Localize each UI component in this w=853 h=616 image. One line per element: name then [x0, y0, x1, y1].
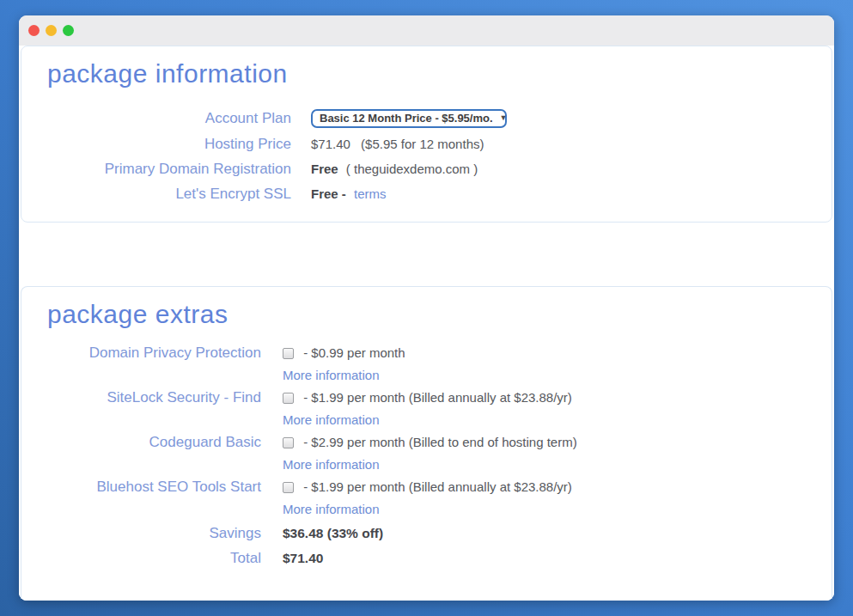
extra-domain-privacy-price: - $0.99 per month	[283, 344, 806, 363]
extra-sitelock-label: SiteLock Security - Find	[47, 388, 261, 407]
hosting-price-note: ($5.95 for 12 months)	[361, 137, 484, 151]
hosting-price-label: Hosting Price	[47, 135, 291, 153]
browser-window: package information Account Plan Basic 1…	[19, 15, 834, 601]
ssl-value: Free - terms	[311, 185, 806, 203]
ssl-free-text: Free -	[311, 186, 346, 201]
page-content: package information Account Plan Basic 1…	[19, 46, 834, 601]
extra-sitelock-checkbox[interactable]	[283, 393, 294, 404]
extra-domain-privacy-checkbox[interactable]	[283, 348, 294, 359]
package-information-title: package information	[47, 58, 806, 89]
account-plan-label: Account Plan	[47, 109, 291, 127]
minimize-window-button[interactable]	[46, 25, 57, 36]
hosting-price-value: $71.40 ($5.95 for 12 months)	[311, 135, 806, 153]
total-label: Total	[47, 547, 261, 569]
extra-seo-tools-price: - $1.99 per month (Billed annually at $2…	[283, 478, 806, 497]
primary-domain-value: Free ( theguidexdemo.com )	[311, 160, 806, 178]
savings-label: Savings	[47, 522, 261, 544]
package-extras-rows: Domain Privacy Protection - $0.99 per mo…	[47, 344, 806, 569]
caret-down-icon: ▼	[500, 109, 508, 127]
extra-sitelock-price: - $1.99 per month (Billed annually at $2…	[283, 388, 806, 407]
package-extras-title: package extras	[47, 299, 806, 330]
primary-domain-label: Primary Domain Registration	[47, 160, 291, 178]
extra-domain-privacy-label: Domain Privacy Protection	[47, 344, 261, 363]
section-divider-gap	[19, 223, 834, 286]
package-extras-section: package extras Domain Privacy Protection…	[21, 286, 832, 601]
extra-codeguard-checkbox[interactable]	[283, 437, 294, 448]
extra-codeguard-price-text: - $2.99 per month (Billed to end of host…	[303, 435, 577, 449]
primary-domain-name: ( theguidexdemo.com )	[346, 162, 478, 176]
extra-seo-tools-more-info-link[interactable]: More information	[283, 502, 380, 516]
extra-domain-privacy-price-text: - $0.99 per month	[303, 345, 405, 360]
extra-seo-tools-label: Bluehost SEO Tools Start	[47, 478, 261, 497]
account-plan-value: Basic 12 Month Price - $5.95/mo. ▼	[311, 108, 806, 128]
extra-domain-privacy-more-info-link[interactable]: More information	[283, 368, 380, 382]
window-titlebar	[19, 15, 834, 46]
extra-codeguard-label: Codeguard Basic	[47, 433, 261, 452]
hosting-price-amount: $71.40	[311, 137, 350, 151]
extra-seo-tools-checkbox[interactable]	[283, 482, 294, 493]
zoom-window-button[interactable]	[63, 25, 74, 36]
extra-seo-tools-price-text: - $1.99 per month (Billed annually at $2…	[303, 479, 572, 494]
close-window-button[interactable]	[28, 25, 40, 36]
extra-sitelock-more-info-link[interactable]: More information	[283, 412, 380, 427]
account-plan-selected-option: Basic 12 Month Price - $5.95/mo.	[320, 109, 493, 127]
ssl-label: Let's Encrypt SSL	[47, 185, 291, 203]
account-plan-select[interactable]: Basic 12 Month Price - $5.95/mo. ▼	[311, 109, 507, 128]
primary-domain-free-text: Free	[311, 162, 338, 176]
extra-sitelock-price-text: - $1.99 per month (Billed annually at $2…	[303, 390, 572, 405]
savings-value: $36.48 (33% off)	[283, 522, 806, 544]
package-information-rows: Account Plan Basic 12 Month Price - $5.9…	[47, 108, 806, 203]
extra-codeguard-price: - $2.99 per month (Billed to end of host…	[283, 433, 806, 452]
ssl-terms-link[interactable]: terms	[354, 186, 387, 201]
extra-codeguard-more-info-link[interactable]: More information	[283, 457, 380, 472]
package-information-section: package information Account Plan Basic 1…	[21, 46, 832, 223]
total-value: $71.40	[283, 547, 806, 569]
